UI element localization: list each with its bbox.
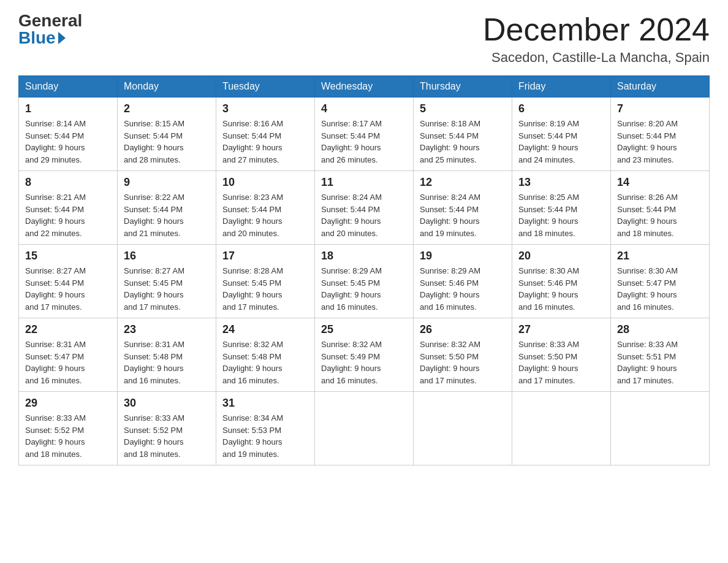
day-number: 18 [321, 250, 407, 262]
day-number: 28 [617, 323, 703, 336]
calendar-cell: 14 Sunrise: 8:26 AM Sunset: 5:44 PM Dayl… [611, 171, 710, 245]
calendar-cell: 5 Sunrise: 8:18 AM Sunset: 5:44 PM Dayli… [414, 98, 512, 171]
day-info: Sunrise: 8:33 AM Sunset: 5:52 PM Dayligh… [25, 412, 111, 460]
day-info: Sunrise: 8:27 AM Sunset: 5:45 PM Dayligh… [124, 265, 210, 313]
day-info: Sunrise: 8:30 AM Sunset: 5:46 PM Dayligh… [518, 265, 604, 313]
day-number: 4 [321, 102, 407, 115]
day-number: 2 [124, 102, 210, 115]
calendar-cell: 16 Sunrise: 8:27 AM Sunset: 5:45 PM Dayl… [118, 245, 216, 318]
day-number: 1 [25, 102, 111, 115]
day-number: 11 [321, 176, 407, 189]
day-number: 6 [518, 102, 604, 115]
day-number: 17 [222, 250, 308, 262]
day-info: Sunrise: 8:32 AM Sunset: 5:48 PM Dayligh… [222, 339, 308, 386]
day-info: Sunrise: 8:19 AM Sunset: 5:44 PM Dayligh… [518, 118, 604, 166]
calendar-cell: 2 Sunrise: 8:15 AM Sunset: 5:44 PM Dayli… [118, 98, 216, 171]
day-info: Sunrise: 8:21 AM Sunset: 5:44 PM Dayligh… [25, 191, 111, 239]
day-number: 31 [222, 397, 308, 410]
day-number: 15 [25, 250, 111, 262]
calendar-cell: 29 Sunrise: 8:33 AM Sunset: 5:52 PM Dayl… [19, 392, 118, 465]
day-number: 21 [617, 250, 703, 262]
day-number: 25 [321, 323, 407, 336]
day-number: 23 [124, 323, 210, 336]
day-number: 30 [124, 397, 210, 410]
calendar-cell: 17 Sunrise: 8:28 AM Sunset: 5:45 PM Dayl… [216, 245, 315, 318]
day-info: Sunrise: 8:24 AM Sunset: 5:44 PM Dayligh… [420, 191, 506, 239]
calendar-cell: 3 Sunrise: 8:16 AM Sunset: 5:44 PM Dayli… [216, 98, 315, 171]
day-number: 14 [617, 176, 703, 189]
week-row-4: 22 Sunrise: 8:31 AM Sunset: 5:47 PM Dayl… [19, 318, 710, 392]
day-number: 10 [222, 176, 308, 189]
week-row-2: 8 Sunrise: 8:21 AM Sunset: 5:44 PM Dayli… [19, 171, 710, 245]
calendar-cell: 24 Sunrise: 8:32 AM Sunset: 5:48 PM Dayl… [216, 318, 315, 392]
calendar-cell: 6 Sunrise: 8:19 AM Sunset: 5:44 PM Dayli… [512, 98, 611, 171]
day-number: 19 [420, 250, 506, 262]
weekday-header-row: SundayMondayTuesdayWednesdayThursdayFrid… [19, 76, 710, 98]
calendar-cell: 25 Sunrise: 8:32 AM Sunset: 5:49 PM Dayl… [315, 318, 414, 392]
weekday-header-friday: Friday [512, 76, 611, 98]
day-info: Sunrise: 8:24 AM Sunset: 5:44 PM Dayligh… [321, 191, 407, 239]
day-info: Sunrise: 8:26 AM Sunset: 5:44 PM Dayligh… [617, 191, 703, 239]
calendar-cell: 20 Sunrise: 8:30 AM Sunset: 5:46 PM Dayl… [512, 245, 611, 318]
day-info: Sunrise: 8:32 AM Sunset: 5:49 PM Dayligh… [321, 339, 407, 386]
day-number: 20 [518, 250, 604, 262]
day-info: Sunrise: 8:28 AM Sunset: 5:45 PM Dayligh… [222, 265, 308, 313]
day-info: Sunrise: 8:17 AM Sunset: 5:44 PM Dayligh… [321, 118, 407, 166]
day-info: Sunrise: 8:18 AM Sunset: 5:44 PM Dayligh… [420, 118, 506, 166]
day-info: Sunrise: 8:32 AM Sunset: 5:50 PM Dayligh… [420, 339, 506, 386]
day-info: Sunrise: 8:15 AM Sunset: 5:44 PM Dayligh… [124, 118, 210, 166]
day-number: 22 [25, 323, 111, 336]
calendar-cell: 12 Sunrise: 8:24 AM Sunset: 5:44 PM Dayl… [414, 171, 512, 245]
calendar-cell: 13 Sunrise: 8:25 AM Sunset: 5:44 PM Dayl… [512, 171, 611, 245]
calendar-cell [315, 392, 414, 465]
day-info: Sunrise: 8:20 AM Sunset: 5:44 PM Dayligh… [617, 118, 703, 166]
logo: General Blue [18, 12, 82, 47]
logo-general-text: General [18, 12, 82, 29]
logo-triangle-icon [58, 32, 66, 44]
calendar-cell [414, 392, 512, 465]
calendar-cell: 22 Sunrise: 8:31 AM Sunset: 5:47 PM Dayl… [19, 318, 118, 392]
day-number: 5 [420, 102, 506, 115]
calendar-cell: 4 Sunrise: 8:17 AM Sunset: 5:44 PM Dayli… [315, 98, 414, 171]
day-info: Sunrise: 8:34 AM Sunset: 5:53 PM Dayligh… [222, 412, 308, 460]
calendar-cell: 19 Sunrise: 8:29 AM Sunset: 5:46 PM Dayl… [414, 245, 512, 318]
week-row-5: 29 Sunrise: 8:33 AM Sunset: 5:52 PM Dayl… [19, 392, 710, 465]
weekday-header-saturday: Saturday [611, 76, 710, 98]
calendar-cell: 1 Sunrise: 8:14 AM Sunset: 5:44 PM Dayli… [19, 98, 118, 171]
day-number: 13 [518, 176, 604, 189]
calendar-cell: 21 Sunrise: 8:30 AM Sunset: 5:47 PM Dayl… [611, 245, 710, 318]
day-number: 3 [222, 102, 308, 115]
day-info: Sunrise: 8:33 AM Sunset: 5:51 PM Dayligh… [617, 339, 703, 386]
day-number: 29 [25, 397, 111, 410]
day-number: 9 [124, 176, 210, 189]
day-info: Sunrise: 8:29 AM Sunset: 5:45 PM Dayligh… [321, 265, 407, 313]
weekday-header-thursday: Thursday [414, 76, 512, 98]
day-number: 12 [420, 176, 506, 189]
day-info: Sunrise: 8:23 AM Sunset: 5:44 PM Dayligh… [222, 191, 308, 239]
day-info: Sunrise: 8:33 AM Sunset: 5:50 PM Dayligh… [518, 339, 604, 386]
weekday-header-tuesday: Tuesday [216, 76, 315, 98]
logo-blue-text: Blue [18, 29, 66, 47]
calendar-cell: 23 Sunrise: 8:31 AM Sunset: 5:48 PM Dayl… [118, 318, 216, 392]
day-number: 8 [25, 176, 111, 189]
calendar-cell: 8 Sunrise: 8:21 AM Sunset: 5:44 PM Dayli… [19, 171, 118, 245]
calendar-cell: 18 Sunrise: 8:29 AM Sunset: 5:45 PM Dayl… [315, 245, 414, 318]
calendar-cell: 10 Sunrise: 8:23 AM Sunset: 5:44 PM Dayl… [216, 171, 315, 245]
calendar-cell [611, 392, 710, 465]
weekday-header-monday: Monday [118, 76, 216, 98]
day-info: Sunrise: 8:29 AM Sunset: 5:46 PM Dayligh… [420, 265, 506, 313]
day-info: Sunrise: 8:14 AM Sunset: 5:44 PM Dayligh… [25, 118, 111, 166]
calendar-table: SundayMondayTuesdayWednesdayThursdayFrid… [18, 75, 710, 465]
title-block: December 2024 Sacedon, Castille-La Manch… [483, 12, 710, 66]
day-number: 27 [518, 323, 604, 336]
weekday-header-sunday: Sunday [19, 76, 118, 98]
day-number: 24 [222, 323, 308, 336]
day-number: 7 [617, 102, 703, 115]
day-info: Sunrise: 8:25 AM Sunset: 5:44 PM Dayligh… [518, 191, 604, 239]
calendar-cell [512, 392, 611, 465]
day-number: 26 [420, 323, 506, 336]
calendar-cell: 15 Sunrise: 8:27 AM Sunset: 5:44 PM Dayl… [19, 245, 118, 318]
calendar-cell: 31 Sunrise: 8:34 AM Sunset: 5:53 PM Dayl… [216, 392, 315, 465]
day-info: Sunrise: 8:27 AM Sunset: 5:44 PM Dayligh… [25, 265, 111, 313]
location-text: Sacedon, Castille-La Mancha, Spain [483, 50, 710, 66]
